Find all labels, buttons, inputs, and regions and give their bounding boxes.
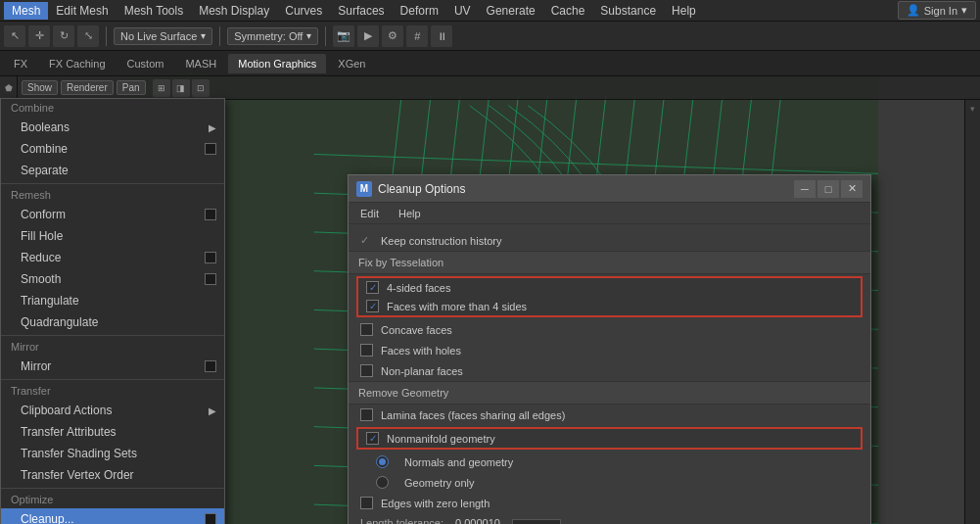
construction-history-label: Keep construction history <box>381 235 502 247</box>
select-tool-icon[interactable]: ↖ <box>4 25 25 47</box>
menu-item-generate[interactable]: Generate <box>479 2 543 20</box>
cleanup-checkbox[interactable] <box>205 513 216 524</box>
combine-checkbox[interactable] <box>205 143 216 155</box>
left-icon-1[interactable]: ⬟ <box>1 80 17 96</box>
fix-tesselation-header: Fix by Tesselation <box>349 251 870 274</box>
fix-checkbox-0[interactable] <box>366 281 379 294</box>
menu-item-edit-mesh[interactable]: Edit Mesh <box>48 2 116 20</box>
menu-item-smooth[interactable]: Smooth <box>1 268 224 290</box>
surface-dropdown[interactable]: No Live Surface <box>114 27 212 45</box>
remove-checkbox-4[interactable] <box>360 497 373 509</box>
menu-item-triangulate[interactable]: Triangulate <box>1 290 224 311</box>
dialog-close-btn[interactable]: ✕ <box>841 180 863 198</box>
move-tool-icon[interactable]: ✛ <box>28 25 50 47</box>
checkmark-icon: ✓ <box>360 234 369 247</box>
remove-label-0: Lamina faces (faces sharing all edges) <box>381 409 565 421</box>
cleanup-dialog: M Cleanup Options ─ □ ✕ Edit Help ✓ Keep… <box>348 174 871 524</box>
remove-checkbox-1[interactable] <box>366 432 379 445</box>
pan-button[interactable]: Pan <box>117 80 146 95</box>
menu-item-mesh-tools[interactable]: Mesh Tools <box>117 2 191 20</box>
transfer-shading-label: Transfer Shading Sets <box>21 447 137 460</box>
dialog-minimize-btn[interactable]: ─ <box>794 180 816 198</box>
menu-item-mirror[interactable]: Mirror <box>1 356 224 377</box>
fix-checkbox-1[interactable] <box>366 300 379 312</box>
sign-in-label: Sign In <box>924 5 957 17</box>
dialog-menu-edit[interactable]: Edit <box>352 206 387 221</box>
pause-icon[interactable]: ⏸ <box>431 25 452 47</box>
mirror-checkbox[interactable] <box>205 360 216 372</box>
menu-item-combine[interactable]: Combine <box>1 138 224 160</box>
menu-item-cleanup[interactable]: Cleanup... <box>1 508 224 524</box>
rotate-tool-icon[interactable]: ↻ <box>53 25 74 47</box>
conform-checkbox[interactable] <box>205 209 216 220</box>
reduce-checkbox[interactable] <box>205 252 216 263</box>
grid-icon[interactable]: # <box>406 25 428 47</box>
menu-item-cache[interactable]: Cache <box>543 2 593 20</box>
show-button[interactable]: Show <box>22 80 58 95</box>
dialog-menu-help[interactable]: Help <box>391 206 429 221</box>
section-optimize: Optimize <box>1 491 224 508</box>
render-icon[interactable]: ▶ <box>357 25 379 47</box>
menu-item-help[interactable]: Help <box>664 2 704 20</box>
menu-item-mesh[interactable]: Mesh <box>4 2 48 20</box>
section-remesh: Remesh <box>1 186 224 204</box>
fix-option-4: Non-planar faces <box>349 360 870 381</box>
remove-checkbox-0[interactable] <box>360 408 373 421</box>
viewport-icon-1[interactable]: ⊞ <box>153 79 170 97</box>
camera-icon[interactable]: 📷 <box>333 25 354 47</box>
divider-4 <box>1 488 224 489</box>
length-tolerance-value: 0.000010 <box>455 517 500 524</box>
dialog-title-text: Cleanup Options <box>378 182 794 196</box>
dialog-maximize-btn[interactable]: □ <box>817 180 839 198</box>
fix-label-4: Non-planar faces <box>381 365 463 377</box>
fix-label-3: Faces with holes <box>381 345 461 357</box>
divider-1 <box>1 183 224 184</box>
menu-item-transfer-attr[interactable]: Transfer Attributes <box>1 421 224 443</box>
length-tolerance-slider[interactable] <box>512 519 561 524</box>
tab-custom[interactable]: Custom <box>117 54 174 73</box>
menu-item-substance[interactable]: Substance <box>592 2 664 20</box>
menu-item-conform[interactable]: Conform <box>1 204 224 225</box>
menu-item-clipboard[interactable]: Clipboard Actions ▶ <box>1 400 224 421</box>
toolbar-sep-3 <box>325 26 326 46</box>
fix-label-2: Concave faces <box>381 324 452 336</box>
tab-xgen[interactable]: XGen <box>328 54 375 73</box>
tab-fx-caching[interactable]: FX Caching <box>39 54 115 73</box>
menu-item-surfaces[interactable]: Surfaces <box>330 2 392 20</box>
conform-label: Conform <box>21 208 66 221</box>
fix-checkbox-4[interactable] <box>360 364 373 377</box>
dialog-content: ✓ Keep construction history Fix by Tesse… <box>349 224 870 524</box>
menu-item-transfer-vertex[interactable]: Transfer Vertex Order <box>1 464 224 486</box>
menu-item-quadrangulate[interactable]: Quadrangulate <box>1 311 224 333</box>
mirror-label: Mirror <box>21 359 51 373</box>
menu-item-separate[interactable]: Separate <box>1 160 224 181</box>
menu-item-reduce[interactable]: Reduce <box>1 247 224 268</box>
smooth-checkbox[interactable] <box>205 273 216 285</box>
menu-item-mesh-display[interactable]: Mesh Display <box>191 2 277 20</box>
fix-checkbox-2[interactable] <box>360 323 373 336</box>
fix-checkbox-3[interactable] <box>360 344 373 357</box>
transfer-attr-label: Transfer Attributes <box>21 425 117 439</box>
menu-item-fill-hole[interactable]: Fill Hole <box>1 225 224 247</box>
menu-item-curves[interactable]: Curves <box>277 2 330 20</box>
menu-item-deform[interactable]: Deform <box>393 2 446 20</box>
section-transfer: Transfer <box>1 382 224 400</box>
fill-hole-label: Fill Hole <box>21 229 63 243</box>
scale-tool-icon[interactable]: ⤡ <box>77 25 99 47</box>
tab-fx[interactable]: FX <box>4 54 37 73</box>
separate-label: Separate <box>21 164 69 177</box>
viewport-icon-2[interactable]: ◨ <box>172 79 190 97</box>
sign-in-button[interactable]: 👤 Sign In ▾ <box>898 1 976 20</box>
remove-option-2: Normals and geometry <box>349 452 870 472</box>
tab-mash[interactable]: MASH <box>175 54 226 73</box>
viewport-icon-3[interactable]: ⊡ <box>192 79 210 97</box>
remove-radio-3[interactable] <box>376 476 389 489</box>
tab-motion-graphics[interactable]: Motion Graphics <box>228 54 326 73</box>
menu-item-uv[interactable]: UV <box>446 2 479 20</box>
renderer-button[interactable]: Renderer <box>61 80 114 95</box>
symmetry-dropdown[interactable]: Symmetry: Off <box>227 27 318 45</box>
remove-radio-2[interactable] <box>376 455 389 468</box>
menu-item-transfer-shading[interactable]: Transfer Shading Sets <box>1 443 224 464</box>
menu-item-booleans[interactable]: Booleans ▶ <box>1 117 224 138</box>
settings-icon[interactable]: ⚙ <box>382 25 403 47</box>
